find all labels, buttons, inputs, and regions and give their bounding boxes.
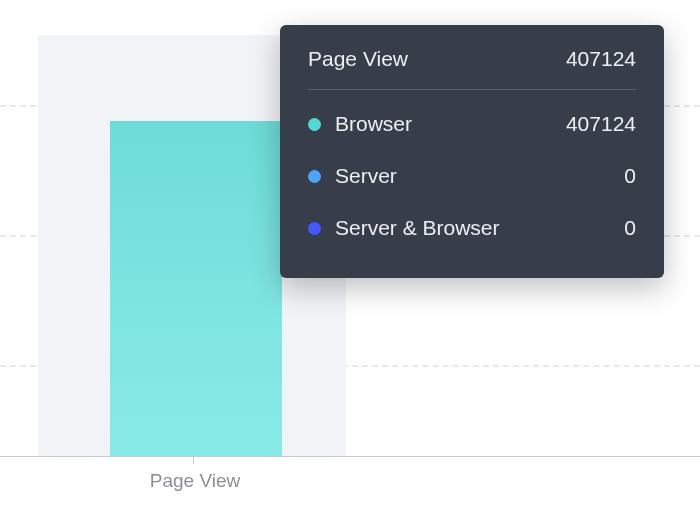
legend-dot-icon (308, 118, 321, 131)
tooltip-row-value: 0 (624, 216, 636, 240)
tooltip-row-label: Browser (335, 112, 412, 136)
tooltip: Page View 407124 Browser 407124 Server 0… (280, 25, 664, 278)
tooltip-row-label: Server & Browser (335, 216, 500, 240)
tooltip-rows: Browser 407124 Server 0 Server & Browser… (308, 90, 636, 254)
legend-dot-icon (308, 170, 321, 183)
tooltip-header: Page View 407124 (308, 47, 636, 90)
tooltip-row-label: Server (335, 164, 397, 188)
bar-browser[interactable] (110, 121, 282, 456)
tooltip-total: 407124 (566, 47, 636, 71)
x-tick (193, 457, 194, 464)
tooltip-row-value: 407124 (566, 112, 636, 136)
x-axis-line (0, 456, 700, 457)
tooltip-row-value: 0 (624, 164, 636, 188)
x-axis-tick-label: Page View (100, 470, 290, 492)
tooltip-row-server: Server 0 (308, 150, 636, 202)
tooltip-row-browser: Browser 407124 (308, 98, 636, 150)
legend-dot-icon (308, 222, 321, 235)
tooltip-title: Page View (308, 47, 408, 71)
tooltip-row-server-browser: Server & Browser 0 (308, 202, 636, 254)
